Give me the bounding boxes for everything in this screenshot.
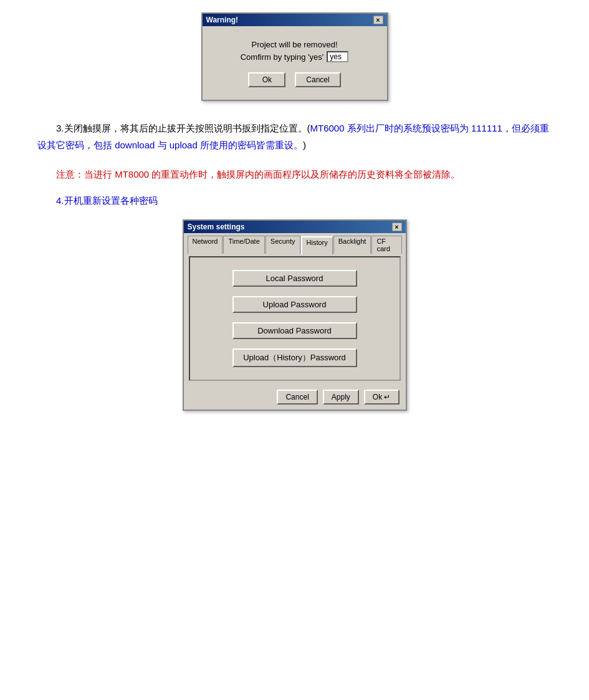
system-dialog: System settings × Netword Time/Date Secu… (183, 219, 407, 411)
warning-titlebar: Warning! × (203, 14, 387, 26)
warning-dialog-container: Warning! × Project will be removed! Comf… (37, 12, 552, 101)
system-footer: Cancel Apply Ok ↵ (184, 386, 406, 410)
text-section1: 3.关闭触摸屏，将其后的止拔开关按照说明书扳到指定位置。(MT6000 系列出厂… (37, 120, 552, 153)
system-close-button[interactable]: × (392, 223, 402, 231)
tab-secunty[interactable]: Secunty (266, 236, 300, 254)
warning-cancel-button[interactable]: Cancel (295, 72, 340, 87)
text-s1-suffix: ) (303, 140, 306, 150)
tab-history[interactable]: History (301, 236, 333, 254)
warning-body: Project will be removed! Comfirm by typi… (203, 26, 387, 100)
upload-history-password-button[interactable]: Upload（History）Password (232, 348, 357, 367)
tab-timedate[interactable]: Time/Date (223, 236, 264, 254)
system-titlebar: System settings × (184, 221, 406, 233)
local-password-button[interactable]: Local Password (232, 270, 357, 287)
warning-line1: Project will be removed! (215, 39, 375, 51)
download-password-button[interactable]: Download Password (232, 322, 357, 339)
note-section: 注意：当进行 MT8000 的重置动作时，触摸屏内的画面程序以及所储存的历史资料… (37, 166, 552, 183)
system-cancel-button[interactable]: Cancel (277, 390, 317, 405)
upload-password-button[interactable]: Upload Password (232, 296, 357, 313)
page-content: Warning! × Project will be removed! Comf… (0, 12, 589, 411)
system-ok-button[interactable]: Ok ↵ (364, 390, 400, 405)
warning-title: Warning! (206, 16, 239, 24)
tab-backlight[interactable]: Backlight (333, 236, 371, 254)
system-apply-button[interactable]: Apply (323, 390, 359, 405)
tab-cfcard[interactable]: CF card (371, 236, 401, 254)
step4-block: 4.开机重新设置各种密码 (37, 195, 552, 207)
warning-dialog: Warning! × Project will be removed! Comf… (201, 12, 388, 101)
tab-netword[interactable]: Netword (188, 236, 223, 254)
warning-message: Project will be removed! Comfirm by typi… (215, 39, 375, 63)
system-title: System settings (188, 223, 245, 231)
step4-text: 4.开机重新设置各种密码 (56, 195, 158, 206)
warning-close-button[interactable]: × (373, 16, 383, 24)
text-s1-prefix: 3.关闭触摸屏，将其后的止拔开关按照说明书扳到指定位置。( (56, 123, 310, 133)
warning-input-row: Comfirm by typing 'yes' (215, 51, 375, 64)
note-label: 注意：当进行 MT8000 的重置动作时，触摸屏内的画面程序以及所储存的历史资料… (56, 169, 460, 180)
warning-buttons: Ok Cancel (215, 72, 375, 87)
system-dialog-container: System settings × Netword Time/Date Secu… (37, 219, 552, 411)
warning-line2: Comfirm by typing 'yes' (241, 51, 324, 64)
tab-content: Local Password Upload Password Download … (189, 256, 401, 381)
tabs-row: Netword Time/Date Secunty History Backli… (184, 233, 406, 254)
warning-ok-button[interactable]: Ok (248, 72, 285, 87)
yes-input[interactable] (327, 51, 348, 62)
